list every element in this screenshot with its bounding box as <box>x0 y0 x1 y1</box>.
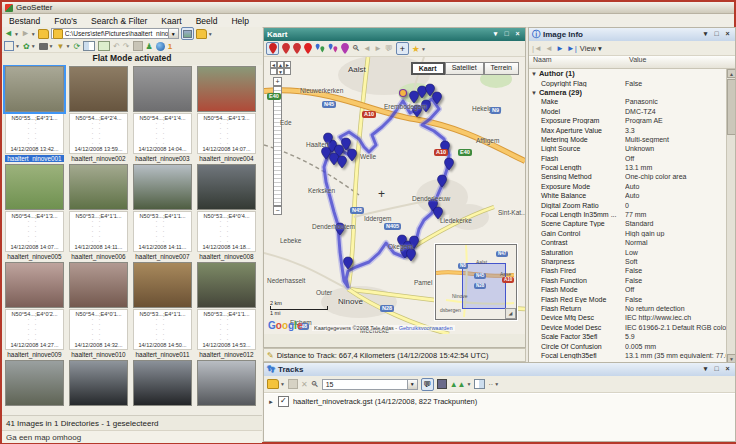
thumbnail-cell[interactable]: N50°55...;E4°3'1...··········14/12/2008 … <box>3 66 66 162</box>
scroll-thumb[interactable] <box>727 79 735 135</box>
track-tolerance-combobox[interactable]: 15▼ <box>322 379 418 390</box>
thumbnail-image[interactable] <box>69 164 128 210</box>
thumbnail-image[interactable] <box>133 360 192 406</box>
exif-row[interactable]: MakePanasonic <box>529 97 735 106</box>
thumbnail-cell[interactable] <box>3 360 66 406</box>
exif-row[interactable]: Focal Length13.1 mm <box>529 163 735 172</box>
thumbnail-cell[interactable]: N50°54...;E4°0'2...··········14/12/2008 … <box>3 262 66 358</box>
exif-row[interactable]: Focal Length In35mm ...77 mm <box>529 210 735 219</box>
map-pin[interactable] <box>330 153 339 165</box>
menu-item-beeld[interactable]: Beeld <box>189 16 225 26</box>
info-menu-icon[interactable]: ▾ <box>701 30 710 39</box>
overview-minimap[interactable]: AalstNinoveAssedsbergenN45N28A10N8N47 ◢ <box>435 244 517 320</box>
exif-row[interactable]: Digital Zoom Ratio0 <box>529 200 735 209</box>
thumbnail-image[interactable] <box>133 66 192 112</box>
tracks-button[interactable]: ♟ <box>146 41 153 52</box>
thumbnail-image[interactable] <box>133 262 192 308</box>
minimap-collapse-icon[interactable]: ◢ <box>505 308 516 319</box>
thumbnail-cell[interactable] <box>131 360 194 406</box>
marker-button[interactable] <box>304 43 312 54</box>
edit-markers2-button[interactable] <box>328 43 338 54</box>
info-maximize-icon[interactable]: □ <box>712 30 721 39</box>
exif-row[interactable]: White BalanceAuto <box>529 191 735 200</box>
thumbnail-cell[interactable] <box>67 360 130 406</box>
exif-group-row[interactable]: ▼Camera (29) <box>529 88 735 97</box>
redo-button[interactable]: ↷ <box>123 41 130 52</box>
edit-markers-button[interactable] <box>315 43 325 54</box>
current-position-marker[interactable] <box>400 90 407 97</box>
exif-row[interactable]: Flash FunctionFalse <box>529 276 735 285</box>
thumbnail-cell[interactable]: N50°54...;E4°2'4...··········14/12/2008 … <box>67 66 130 162</box>
tracks-menu-icon[interactable]: ▾ <box>701 365 710 374</box>
zoom-to-button[interactable]: 🔍︎ <box>352 43 360 54</box>
tooltip-toggle-button[interactable]: 💬︎ <box>385 43 393 54</box>
exif-row[interactable]: Max Aperture Value3.3 <box>529 125 735 134</box>
thumbnail-cell[interactable]: N50°53...;E4°1'1...··········14/12/2008 … <box>131 262 194 358</box>
thumbnail-image[interactable] <box>5 262 64 308</box>
column-naam[interactable]: Naam <box>529 56 625 68</box>
exif-row[interactable]: Flash ModeOff <box>529 285 735 294</box>
preview-button[interactable] <box>98 41 110 52</box>
track-list-item[interactable]: ► ✓ haaltert_ninovetrack.gst (14/12/2008… <box>268 396 735 407</box>
favorites-button[interactable]: ★▼ <box>412 43 426 54</box>
open-track-button[interactable]: ▼ <box>267 379 285 390</box>
refresh-button[interactable]: ⟳ <box>73 41 80 52</box>
first-image-button[interactable]: |◄ <box>532 44 542 53</box>
exif-scrollbar[interactable]: ▲ ▼ <box>726 69 735 363</box>
map-pin-menu-icon[interactable]: ▾ <box>491 30 500 39</box>
thumbnail-cell[interactable] <box>195 360 258 406</box>
tracks-close-icon[interactable]: × <box>723 365 732 374</box>
map-type-satelliet[interactable]: Satelliet <box>445 62 484 75</box>
save-button[interactable] <box>133 41 143 52</box>
thumbnail-image[interactable] <box>197 262 256 308</box>
map-zoom-control[interactable]: ◄▲►▼ + − <box>270 61 292 215</box>
menu-item-bestand[interactable]: Bestand <box>2 16 47 26</box>
exif-row[interactable]: Focal Length35efl13.1 mm (35 mm equivale… <box>529 351 735 360</box>
thumbnail-image[interactable] <box>197 360 256 406</box>
exif-group-row[interactable]: ▼Author (1) <box>529 69 735 78</box>
collapse-triangle-icon[interactable]: ▼ <box>531 90 537 96</box>
exif-row[interactable]: Sensing MethodOne-chip color area <box>529 172 735 181</box>
thumbnail-cell[interactable]: N50°54...;E4°1'3...··········14/12/2008 … <box>3 164 66 260</box>
exif-row[interactable]: Copyright FlagFalse <box>529 78 735 87</box>
map-back-button[interactable]: ◄ <box>363 43 371 54</box>
assign-position-button[interactable] <box>282 43 290 54</box>
exif-row[interactable]: Exposure ProgramProgram AE <box>529 116 735 125</box>
thumbnail-image[interactable] <box>133 164 192 210</box>
terms-link[interactable]: Gebruiksvoorwaarden <box>399 325 453 331</box>
exif-row[interactable]: Light SourceUnknown <box>529 144 735 153</box>
exif-row[interactable]: Device Mfg DescIEC http://www.iec.ch <box>529 313 735 322</box>
thumbnail-cell[interactable]: N50°54...;E4°0'1...··········14/12/2008 … <box>67 262 130 358</box>
menu-item-kaart[interactable]: Kaart <box>154 16 188 26</box>
folder-up-icon[interactable] <box>38 28 49 39</box>
thumbnail-image[interactable] <box>5 66 64 112</box>
go-up-link[interactable]: Ga een map omhoog <box>2 430 262 443</box>
map-pin[interactable] <box>338 156 347 168</box>
map-forward-button[interactable]: ► <box>374 43 382 54</box>
open-folder-button[interactable]: ▼ <box>196 28 213 39</box>
exif-row[interactable]: Flash ReturnNo return detection <box>529 304 735 313</box>
thumbnail-cell[interactable]: N50°53...;E4°1'1...··········14/12/2008 … <box>67 164 130 260</box>
save-track-button[interactable] <box>288 379 298 390</box>
zoom-slider[interactable] <box>273 86 282 206</box>
view-dropdown[interactable]: View ▾ <box>580 44 602 53</box>
next-image-button[interactable]: ► <box>556 44 564 53</box>
map-pan-pad[interactable]: ◄▲►▼ <box>270 61 292 75</box>
center-cross-button[interactable]: + <box>396 42 409 55</box>
map-canvas[interactable]: ◄▲►▼ + − KaartSatellietTerrein + AalstNi… <box>264 57 525 334</box>
last-image-button[interactable]: ►| <box>567 44 577 53</box>
exif-row[interactable]: Circle Of Confusion0.005 mm <box>529 341 735 350</box>
geotag-button[interactable]: ✿▼ <box>23 41 36 52</box>
exif-row[interactable]: ModelDMC-TZ4 <box>529 107 735 116</box>
browse-images-button[interactable] <box>181 27 194 40</box>
thumbnail-image[interactable] <box>69 360 128 406</box>
close-track-button[interactable]: ✕ <box>301 379 308 390</box>
exif-row[interactable]: Exposure ModeAuto <box>529 182 735 191</box>
tracks-maximize-icon[interactable]: □ <box>712 365 721 374</box>
undo-button[interactable]: ↶ <box>113 41 120 52</box>
exif-row[interactable]: Scene Capture TypeStandard <box>529 219 735 228</box>
thumbnail-image[interactable] <box>197 164 256 210</box>
thumbnail-cell[interactable]: N50°54...;E4°1'3...··········14/12/2008 … <box>195 66 258 162</box>
thumbnail-image[interactable] <box>69 262 128 308</box>
column-value[interactable]: Value <box>625 56 646 68</box>
